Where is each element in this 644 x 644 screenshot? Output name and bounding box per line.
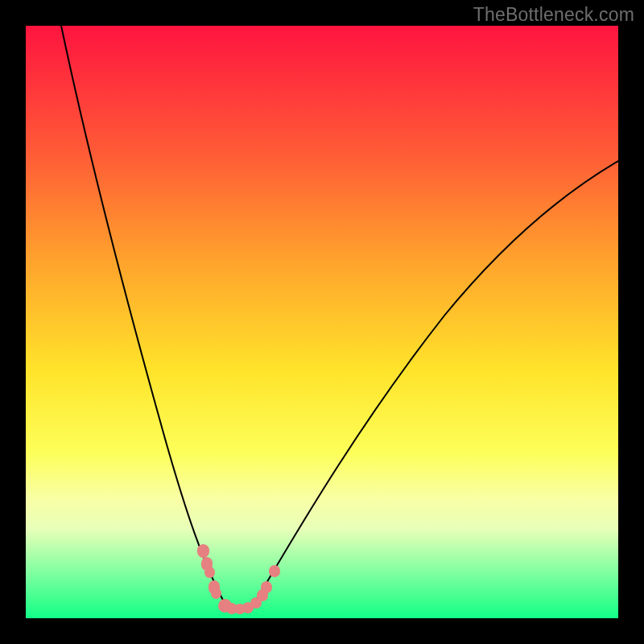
curve-right-branch (253, 161, 618, 606)
chart-frame: TheBottleneck.com (0, 0, 644, 644)
marker-dot (269, 565, 280, 577)
marker-dot (197, 544, 209, 558)
bottleneck-curve (26, 26, 618, 618)
curve-left-branch (61, 26, 226, 606)
marker-dot (261, 581, 272, 593)
watermark-text: TheBottleneck.com (473, 4, 634, 26)
marker-dot (211, 588, 221, 599)
marker-dot (204, 567, 215, 578)
chart-plot-area (26, 26, 618, 618)
